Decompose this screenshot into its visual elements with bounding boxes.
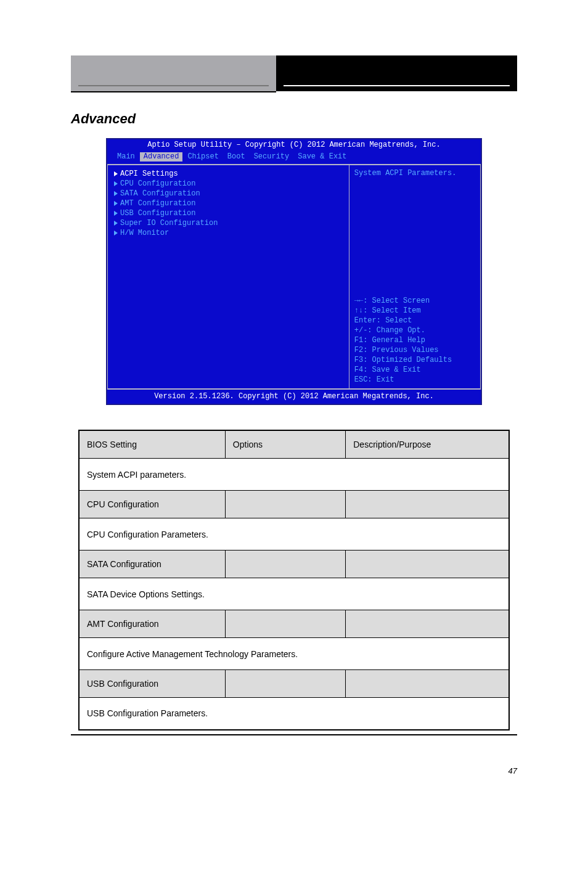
triangle-right-icon: [114, 211, 118, 216]
table-header-row: BIOS Setting Options Description/Purpose: [79, 430, 509, 459]
bios-right-pane: System ACPI Parameters. →←: Select Scree…: [349, 165, 481, 389]
bios-entry-hw-monitor[interactable]: H/W Monitor: [114, 228, 343, 238]
bios-window: Aptio Setup Utility – Copyright (C) 2012…: [106, 138, 482, 405]
table-row: SATA Device Options Settings.: [79, 578, 509, 610]
bios-footer: Version 2.15.1236. Copyright (C) 2012 Am…: [107, 389, 481, 404]
triangle-right-icon: [114, 221, 118, 226]
table-cell: CPU Configuration: [79, 491, 225, 518]
key-hint: F3: Optimized Defaults: [354, 355, 475, 365]
bios-entry-label: SATA Configuration: [120, 189, 200, 198]
key-hint: F1: General Help: [354, 335, 475, 345]
table-cell: [346, 550, 509, 578]
table-cell: [346, 610, 509, 638]
table-row: USB Configuration: [79, 670, 509, 698]
bios-menu-security[interactable]: Security: [250, 152, 293, 162]
bios-menubar: Main Advanced Chipset Boot Security Save…: [107, 151, 481, 164]
triangle-right-icon: [114, 201, 118, 206]
table-row: System ACPI parameters.: [79, 459, 509, 491]
table-cell: [346, 491, 509, 518]
table-cell: SATA Configuration: [79, 550, 225, 578]
table-header-cell: Options: [225, 430, 345, 459]
triangle-right-icon: [114, 181, 118, 186]
bios-help-text: System ACPI Parameters.: [354, 169, 475, 178]
bios-menu-chipset[interactable]: Chipset: [184, 152, 222, 162]
bios-entry-label: AMT Configuration: [120, 199, 195, 208]
triangle-right-icon: [114, 191, 118, 196]
page-header: [71, 55, 517, 92]
bios-entry-usb-configuration[interactable]: USB Configuration: [114, 208, 343, 218]
bios-entry-label: H/W Monitor: [120, 229, 169, 238]
triangle-right-icon: [114, 231, 118, 235]
bios-entry-super-io-configuration[interactable]: Super IO Configuration: [114, 218, 343, 228]
table-cell: [225, 491, 345, 518]
bios-entry-amt-configuration[interactable]: AMT Configuration: [114, 198, 343, 208]
table-cell: [225, 550, 345, 578]
bios-key-hints: →←: Select Screen ↑↓: Select Item Enter:…: [354, 296, 475, 385]
header-right-block: [276, 55, 517, 92]
key-hint: +/-: Change Opt.: [354, 325, 475, 335]
table-row: AMT Configuration: [79, 610, 509, 638]
key-hint: Enter: Select: [354, 316, 475, 325]
key-hint: ESC: Exit: [354, 375, 475, 385]
page-number: 47: [0, 766, 517, 776]
bios-menu-main[interactable]: Main: [113, 152, 139, 162]
bios-menu-save-exit[interactable]: Save & Exit: [294, 152, 350, 162]
table-cell: USB Configuration: [79, 670, 225, 698]
table-cell: [346, 670, 509, 698]
bios-menu-advanced[interactable]: Advanced: [140, 152, 183, 162]
settings-table: BIOS Setting Options Description/Purpose…: [78, 430, 510, 731]
bios-entry-label: USB Configuration: [120, 209, 195, 218]
table-row: CPU Configuration: [79, 491, 509, 518]
footer-rule: [71, 734, 517, 735]
key-hint: →←: Select Screen: [354, 296, 475, 306]
table-cell: Configure Active Management Technology P…: [79, 638, 509, 670]
table-cell: AMT Configuration: [79, 610, 225, 638]
table-cell: [225, 670, 345, 698]
table-header-cell: Description/Purpose: [346, 430, 509, 459]
table-cell: System ACPI parameters.: [79, 459, 509, 491]
bios-entry-sata-configuration[interactable]: SATA Configuration: [114, 189, 343, 198]
table-cell: CPU Configuration Parameters.: [79, 518, 509, 550]
bios-left-pane: ACPI Settings CPU Configuration SATA Con…: [107, 165, 349, 389]
triangle-right-icon: [114, 171, 118, 176]
key-hint: ↑↓: Select Item: [354, 306, 475, 316]
key-hint: F2: Previous Values: [354, 345, 475, 355]
key-hint: F4: Save & Exit: [354, 365, 475, 375]
bios-entry-label: CPU Configuration: [120, 179, 195, 189]
table-cell: SATA Device Options Settings.: [79, 578, 509, 610]
section-heading: Advanced: [71, 111, 588, 127]
bios-entry-label: ACPI Settings: [120, 170, 178, 179]
bios-titlebar: Aptio Setup Utility – Copyright (C) 2012…: [107, 139, 481, 151]
table-cell: [225, 610, 345, 638]
header-left-block: [71, 55, 276, 92]
bios-entry-acpi-settings[interactable]: ACPI Settings: [114, 169, 343, 179]
table-row: Configure Active Management Technology P…: [79, 638, 509, 670]
table-row: CPU Configuration Parameters.: [79, 518, 509, 550]
table-row: USB Configuration Parameters.: [79, 698, 509, 730]
bios-menu-boot[interactable]: Boot: [224, 152, 249, 162]
bios-entry-cpu-configuration[interactable]: CPU Configuration: [114, 179, 343, 189]
bios-body: ACPI Settings CPU Configuration SATA Con…: [107, 164, 481, 389]
table-cell: USB Configuration Parameters.: [79, 698, 509, 730]
table-header-cell: BIOS Setting: [79, 430, 225, 459]
table-row: SATA Configuration: [79, 550, 509, 578]
bios-entry-label: Super IO Configuration: [120, 219, 218, 228]
